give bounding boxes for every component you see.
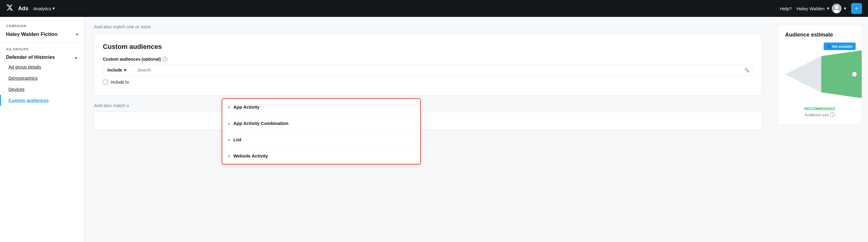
audience-size-info-icon: i — [830, 112, 835, 117]
user-name-label: Haley Walden — [797, 6, 825, 11]
campaign-name[interactable]: Haley Walden Fiction ▾ — [0, 30, 84, 42]
include-dropdown[interactable]: Include ▾ — [103, 65, 133, 75]
and-also-match-top-label: And also match one or more — [94, 24, 762, 29]
field-label: Custom audiences (optional) i — [103, 57, 753, 62]
svg-point-1 — [835, 5, 838, 9]
funnel-chart — [785, 50, 855, 104]
main-layout: CAMPAIGN Haley Walden Fiction ▾ AD GROUP… — [0, 17, 868, 242]
recommended-label: RECOMMENDED — [785, 107, 855, 111]
twitter-logo-icon — [6, 4, 13, 13]
ad-group-chevron-icon: ▲ — [74, 55, 78, 60]
analytics-dropdown-button[interactable]: Analytics ▾ — [33, 6, 55, 11]
search-input[interactable] — [133, 65, 753, 75]
audience-size-label: Audience size i — [785, 112, 855, 117]
dropdown-item-app-activity[interactable]: › App Activity — [222, 99, 420, 115]
new-campaign-button[interactable]: + — [851, 3, 862, 14]
custom-audiences-card: Custom audiences Custom audiences (optio… — [94, 34, 762, 96]
analytics-chevron-icon: ▾ — [53, 6, 55, 11]
sidebar-item-ad-group-details[interactable]: Ad group details — [0, 61, 84, 72]
include-chevron-icon: ▾ — [124, 68, 126, 72]
dropdown-item-label: Website Activity — [234, 153, 268, 158]
include-lookalike-checkbox[interactable] — [103, 80, 108, 85]
avatar — [832, 4, 841, 13]
include-search-row: Include ▾ 🔍 — [103, 65, 753, 75]
sidebar-item-custom-audiences[interactable]: Custom audiences — [0, 95, 84, 106]
and-also-match-bottom-card — [94, 112, 762, 130]
not-available-badge: 👤 Not available — [824, 42, 856, 50]
not-available-label: Not available — [832, 44, 852, 48]
svg-point-5 — [852, 72, 857, 77]
dropdown-item-list[interactable]: › List — [222, 131, 420, 148]
dropdown-item-label: App Activity Combination — [234, 121, 289, 126]
top-navigation: Ads Analytics ▾ Help? Haley Walden ▾ ▾ + — [0, 0, 868, 17]
help-link[interactable]: Help? — [780, 6, 792, 11]
chevron-right-icon: › — [228, 121, 230, 126]
sidebar-item-devices[interactable]: Devices — [0, 84, 84, 95]
audience-estimate-title: Audience estimate — [785, 32, 855, 38]
search-icon: 🔍 — [744, 68, 749, 72]
user-chevron-icon: ▾ — [827, 6, 829, 11]
dropdown-item-app-activity-combination[interactable]: › App Activity Combination — [222, 115, 420, 131]
include-lookalike-label: Include lo — [111, 80, 129, 85]
dropdown-item-website-activity[interactable]: › Website Activity — [222, 148, 420, 164]
dropdown-item-label: App Activity — [234, 104, 260, 110]
chevron-right-icon: › — [228, 154, 230, 158]
chevron-right-icon: › — [228, 105, 230, 110]
campaign-section-label: CAMPAIGN — [0, 24, 84, 30]
ad-groups-section-label: AD GROUPS — [0, 42, 84, 53]
svg-marker-3 — [785, 56, 821, 92]
main-content: And also match one or more Custom audien… — [85, 17, 772, 242]
person-icon: 👤 — [827, 44, 831, 48]
ad-group-name[interactable]: Defender of Histories ▲ — [0, 53, 84, 61]
custom-audiences-dropdown: › App Activity › App Activity Combinatio… — [222, 98, 421, 164]
search-wrapper: 🔍 — [133, 65, 753, 75]
topnav-right: Help? Haley Walden ▾ ▾ + — [780, 3, 862, 14]
ads-label: Ads — [18, 5, 28, 12]
user-menu[interactable]: Haley Walden ▾ ▾ — [797, 4, 846, 13]
dropdown-item-label: List — [234, 137, 242, 142]
include-lookalike-row: Include lo — [103, 80, 753, 85]
chevron-right-icon: › — [228, 137, 230, 142]
topnav-left: Ads Analytics ▾ — [6, 4, 55, 13]
and-also-match-bottom-label: And also match o — [94, 103, 762, 108]
card-title: Custom audiences — [103, 43, 753, 51]
right-panel: Audience estimate 👤 Not available RECOMM… — [772, 17, 868, 242]
sidebar: CAMPAIGN Haley Walden Fiction ▾ AD GROUP… — [0, 17, 85, 242]
analytics-label: Analytics — [33, 6, 51, 11]
info-icon: i — [162, 57, 167, 62]
expand-icon: ▾ — [844, 6, 846, 11]
campaign-chevron-icon: ▾ — [76, 32, 78, 37]
include-label: Include — [107, 68, 122, 72]
sidebar-item-demographics[interactable]: Demographics — [0, 72, 84, 84]
audience-estimate-card: Audience estimate 👤 Not available RECOMM… — [777, 24, 862, 125]
